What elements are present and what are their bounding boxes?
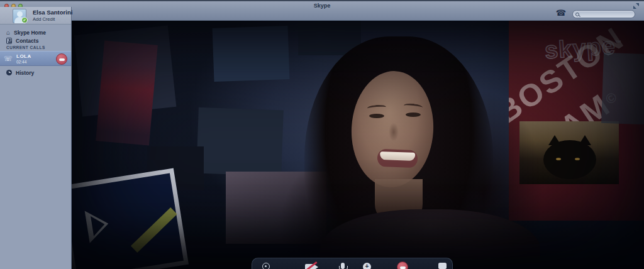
call-contact-name: LOLA [16,53,31,59]
current-call-row[interactable]: ☏ LOLA 02:44 [0,51,71,66]
add-credit-link[interactable]: Add Credit [33,16,55,22]
woman-teeth [380,151,415,161]
poster-label-strip [131,207,177,253]
search-input[interactable] [581,11,634,18]
woman-nose-shadow [389,123,399,141]
handset-icon [400,266,406,269]
user-name: Elsa Santorini [33,9,72,16]
photo-wall-item [96,41,158,146]
photo-wall-item [601,53,644,124]
call-control-bar: + [252,258,453,269]
home-icon: ⌂ [6,30,10,36]
add-participant-icon[interactable]: + [363,263,371,269]
woman-eye [406,113,421,117]
search-field [572,10,635,18]
trademark-symbol: ™ [615,39,623,47]
woman-eye [369,114,384,118]
sidebar: ✓ Elsa Santorini Add Credit ⌂ Skype Home… [0,7,72,269]
current-calls-header: CURRENT CALLS [6,45,45,50]
call-duration: 02:44 [16,60,26,64]
camera-off-icon[interactable] [305,264,314,269]
sidebar-user-header: ✓ Elsa Santorini Add Credit [0,7,71,25]
video-call-area: BOSTON TEAM© skype™ + [72,21,644,269]
sidebar-item-skype-home[interactable]: ⌂ Skype Home [0,28,71,36]
sidebar-item-label: Skype Home [14,30,46,36]
sidebar-item-label: History [16,70,34,76]
fullscreen-icon[interactable] [633,3,639,9]
poster-chevron [85,207,111,243]
sidebar-item-label: Contacts [16,38,38,44]
cat-eye [575,158,580,160]
title-bar: Skype ☎ [0,0,644,21]
dialpad-phone-icon[interactable]: ☎ [556,8,566,18]
skype-window: BOSTON TEAM© skype™ + [0,0,644,269]
photo-wall-item [196,107,284,177]
cat-eye [556,158,561,160]
skype-watermark: skype™ [544,32,623,65]
cat-silhouette [543,140,596,179]
end-call-button[interactable] [397,261,408,269]
contacts-icon [6,38,12,44]
screen-share-icon[interactable] [262,263,270,269]
tilted-poster [72,168,189,269]
photo-wall-item [213,26,290,82]
sidebar-item-contacts[interactable]: Contacts [0,36,71,45]
window-title: Skype [0,3,644,9]
history-clock-icon [6,70,12,75]
sidebar-item-history[interactable]: History [0,69,71,77]
online-status-icon[interactable]: ✓ [21,17,28,23]
chat-icon[interactable] [438,263,447,269]
search-icon [575,13,579,16]
woman-smile [377,149,418,168]
microphone-icon[interactable] [341,263,345,269]
end-call-button-sidebar[interactable] [56,53,67,65]
handset-icon [59,58,65,61]
active-call-phone-icon: ☏ [4,54,13,63]
